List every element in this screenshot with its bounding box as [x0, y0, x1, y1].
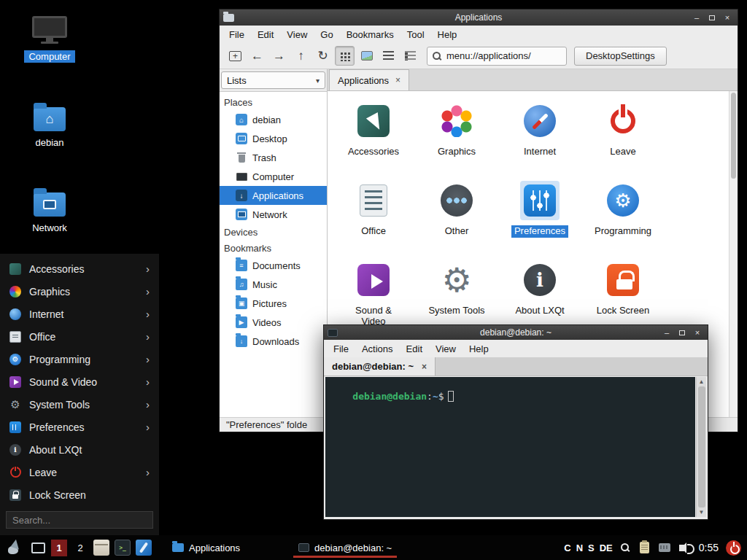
app-item-leave[interactable]: Leave	[581, 98, 665, 177]
sidebar-item-applications[interactable]: ↓Applications	[220, 186, 327, 205]
app-item-other[interactable]: Other	[415, 177, 498, 257]
terminal-screen[interactable]: debian@debian:~$	[325, 377, 695, 517]
refresh-button[interactable]: ↻	[313, 46, 333, 66]
workspace-1-button[interactable]: 1	[51, 540, 67, 556]
menu-item-programming[interactable]: ⚙Programming›	[0, 348, 159, 370]
menu-edit[interactable]: Edit	[400, 342, 429, 356]
menu-view[interactable]: View	[280, 28, 314, 42]
sidebar-item-pictures[interactable]: ▣Pictures	[220, 294, 327, 313]
scroll-up-icon[interactable]: ▲	[699, 378, 705, 385]
power-button[interactable]	[726, 540, 741, 556]
app-item-office[interactable]: Office	[332, 177, 415, 257]
menu-file[interactable]: File	[327, 342, 355, 356]
app-item-graphics[interactable]: Graphics	[415, 98, 498, 177]
fm-menubar: File Edit View Go Bookmarks Tool Help	[220, 26, 738, 43]
menu-item-preferences[interactable]: Preferences›	[0, 416, 159, 438]
terminal-tab[interactable]: debian@debian: ~ ×	[324, 357, 436, 376]
quicklaunch-icon-1[interactable]	[93, 540, 109, 556]
up-button[interactable]: ↑	[291, 46, 311, 66]
minimize-button[interactable]: –	[660, 327, 673, 338]
app-item-preferences[interactable]: Preferences	[498, 177, 581, 257]
menu-item-graphics[interactable]: Graphics›	[0, 280, 159, 303]
maximize-button[interactable]	[676, 327, 689, 338]
search-tray-icon[interactable]	[618, 540, 632, 555]
menu-tool[interactable]: Tool	[400, 28, 431, 42]
sidebar-item-videos[interactable]: ▶Videos	[220, 313, 327, 332]
sidebar-item-documents[interactable]: ≡Documents	[220, 256, 327, 275]
menu-edit[interactable]: Edit	[251, 28, 280, 42]
sidebar-item-desktop[interactable]: Desktop	[220, 129, 327, 148]
sidebar-item-network[interactable]: Network	[220, 205, 327, 224]
tab-close-icon[interactable]: ×	[395, 75, 400, 85]
menu-help[interactable]: Help	[431, 28, 464, 42]
menu-item-about-lxqt[interactable]: iAbout LXQt	[0, 438, 159, 461]
close-button[interactable]: ×	[721, 12, 734, 23]
desktop-icon-network[interactable]: Network	[12, 186, 88, 234]
minimize-button[interactable]: –	[690, 12, 703, 23]
workspace-2-button[interactable]: 2	[72, 540, 88, 556]
menu-item-office[interactable]: Office›	[0, 325, 159, 348]
menu-item-sound-video[interactable]: Sound & Video›	[0, 370, 159, 393]
fm-titlebar[interactable]: Applications – ×	[220, 9, 738, 26]
compact-view-button[interactable]	[379, 46, 398, 66]
thumbnail-view-button[interactable]	[357, 46, 376, 66]
back-button[interactable]: ←	[247, 46, 267, 66]
detailed-view-button[interactable]	[400, 46, 420, 66]
sidebar-item-downloads[interactable]: ↓Downloads	[220, 332, 327, 351]
menu-item-label: Internet	[29, 308, 138, 320]
clock[interactable]: 0:55	[699, 542, 719, 553]
submenu-arrow-icon: ›	[146, 262, 150, 275]
terminal-scrollbar-thumb[interactable]	[698, 386, 705, 508]
tab-applications[interactable]: Applications ×	[329, 69, 409, 90]
sidebar-item-computer[interactable]: Computer	[220, 167, 327, 186]
app-item-accessories[interactable]: Accessories	[332, 98, 415, 177]
volume-icon[interactable]	[677, 540, 692, 555]
desktop-settings-button[interactable]: DesktopSettings	[574, 47, 667, 66]
menu-file[interactable]: File	[222, 28, 251, 42]
sidebar-item-debian[interactable]: ⌂debian	[220, 110, 327, 129]
lists-combobox[interactable]: Lists ▾	[221, 71, 325, 89]
menu-item-system-tools[interactable]: ⚙System Tools›	[0, 393, 159, 416]
app-item-internet[interactable]: Internet	[498, 98, 581, 177]
menu-item-internet[interactable]: Internet›	[0, 303, 159, 325]
quicklaunch-icon-3[interactable]	[136, 540, 152, 556]
tab-close-icon[interactable]: ×	[422, 362, 427, 372]
clipboard-tray-icon[interactable]	[638, 540, 652, 555]
menu-item-lock-screen[interactable]: Lock Screen	[0, 483, 159, 506]
scroll-down-icon[interactable]: ▼	[699, 509, 705, 516]
task-button-applications[interactable]: Applications	[166, 537, 247, 559]
menu-go[interactable]: Go	[314, 28, 339, 42]
sidebar-item-music[interactable]: ♫Music	[220, 275, 327, 294]
search-input[interactable]	[6, 511, 153, 529]
menu-bookmarks[interactable]: Bookmarks	[340, 28, 400, 42]
keyboard-indicator[interactable]: C N S DE	[564, 542, 613, 553]
new-tab-button[interactable]: +	[225, 46, 245, 66]
address-bar[interactable]: menu://applications/	[427, 47, 567, 66]
icon-view-button[interactable]	[335, 46, 355, 66]
terminal-titlebar[interactable]: debian@debian: ~ – ×	[324, 325, 708, 340]
sidebar-item-trash[interactable]: Trash	[220, 148, 327, 167]
menu-view[interactable]: View	[429, 342, 462, 356]
quicklaunch-terminal-icon[interactable]	[115, 540, 131, 556]
fm-scrollbar-thumb[interactable]	[731, 93, 736, 179]
computer-icon	[236, 171, 247, 182]
terminal-scrollbar[interactable]: ▲ ▼	[696, 377, 706, 517]
panel-tray-icon[interactable]	[657, 540, 672, 555]
menu-item-accessories[interactable]: Accessories›	[0, 257, 159, 280]
close-button[interactable]: ×	[691, 327, 704, 338]
menu-actions[interactable]: Actions	[355, 342, 400, 356]
start-menu-button[interactable]	[6, 538, 25, 557]
task-button-terminal[interactable]: debian@debian: ~	[292, 537, 398, 559]
menu-item-leave[interactable]: Leave›	[0, 461, 159, 483]
submenu-arrow-icon: ›	[146, 421, 150, 433]
gear-icon: ⚙	[441, 263, 471, 297]
show-desktop-button[interactable]	[30, 540, 46, 556]
gear-icon: ⚙	[614, 191, 631, 210]
desktop-icon-computer[interactable]: Computer	[12, 16, 88, 63]
fm-scrollbar[interactable]	[729, 91, 738, 417]
desktop-icon-debian[interactable]: ⌂ debian	[12, 101, 88, 149]
maximize-button[interactable]	[705, 12, 719, 23]
forward-button[interactable]: →	[269, 46, 289, 66]
app-item-programming[interactable]: ⚙ Programming	[581, 177, 665, 257]
menu-help[interactable]: Help	[462, 342, 495, 356]
